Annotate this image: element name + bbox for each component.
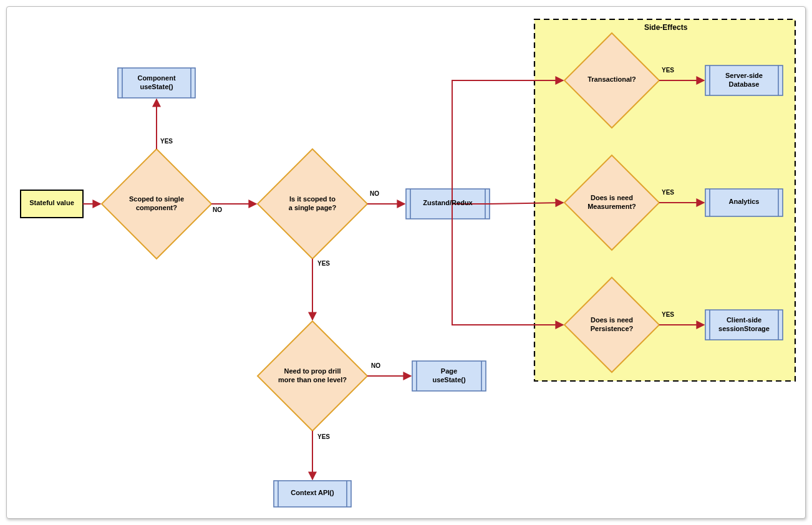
svg-marker-2 bbox=[258, 321, 367, 431]
svg-rect-15 bbox=[274, 481, 351, 507]
terminal-page-usestate bbox=[412, 361, 486, 391]
svg-rect-12 bbox=[412, 361, 486, 391]
svg-marker-1 bbox=[258, 149, 367, 259]
diagram-canvas: Side-Effects Stateful value Scoped to si… bbox=[0, 0, 812, 525]
terminal-analytics bbox=[705, 189, 783, 216]
svg-marker-0 bbox=[102, 149, 211, 259]
terminal-component-usestate bbox=[118, 68, 195, 98]
side-effects-title: Side-Effects bbox=[644, 23, 687, 32]
svg-rect-21 bbox=[705, 189, 783, 216]
diagram-frame: Side-Effects Stateful value Scoped to si… bbox=[6, 6, 806, 519]
decision-prop-drill bbox=[258, 321, 367, 431]
decision-scoped-page bbox=[258, 149, 367, 259]
svg-rect-24 bbox=[705, 310, 783, 340]
start-node bbox=[21, 190, 83, 218]
terminal-context-api bbox=[274, 481, 351, 507]
terminal-client-storage bbox=[705, 310, 783, 340]
svg-rect-18 bbox=[705, 65, 783, 95]
decision-scoped-component bbox=[102, 149, 211, 259]
svg-rect-6 bbox=[118, 68, 195, 98]
diagram-svg bbox=[7, 7, 805, 518]
terminal-server-db bbox=[705, 65, 783, 95]
